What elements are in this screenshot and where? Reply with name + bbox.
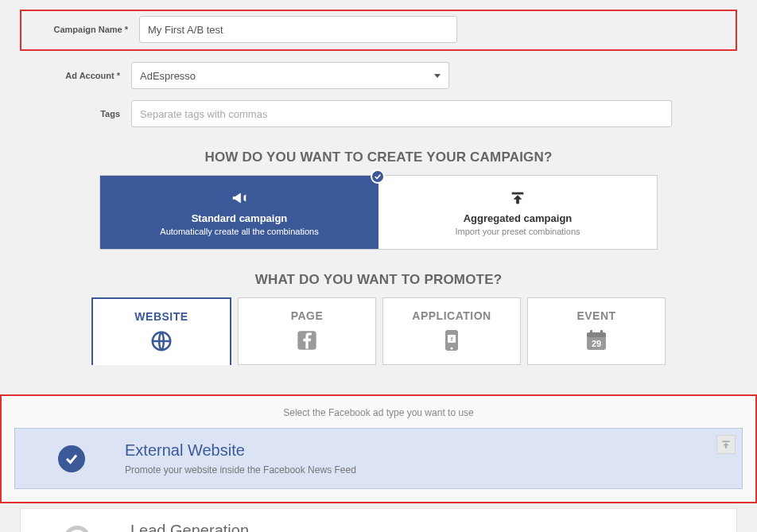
campaign-type-standard-title: Standard campaign (108, 212, 371, 224)
svg-rect-7 (587, 332, 606, 337)
radio-selected-icon (58, 445, 85, 472)
svg-rect-8 (590, 330, 592, 335)
tags-row: Tags (20, 100, 737, 127)
upload-icon (716, 435, 736, 454)
campaign-name-label: Campaign Name * (28, 25, 139, 34)
tab-application[interactable]: APPLICATION f (382, 297, 521, 365)
adtype-below-wrap: Lead Generation Capture leads using nati… (20, 508, 737, 532)
adtype-external-title: External Website (125, 441, 356, 460)
adtype-external-desc: Promote your website inside the Facebook… (125, 464, 356, 476)
tab-website-label: WEBSITE (99, 310, 223, 323)
ad-account-select[interactable]: AdEspresso (131, 62, 449, 89)
campaign-name-row: Campaign Name * (28, 16, 729, 43)
adtype-leadgen-text: Lead Generation Capture leads using nati… (130, 522, 327, 532)
campaign-name-highlight: Campaign Name * (20, 10, 737, 51)
radio-unselected-icon (64, 526, 91, 533)
svg-rect-9 (600, 330, 603, 335)
calendar-icon: 29 (534, 327, 658, 354)
campaign-type-aggregated[interactable]: Aggregated campaign Import your preset c… (378, 176, 657, 249)
promote-tabs: WEBSITE PAGE APPLICATION f EVENT 29 (91, 297, 666, 365)
svg-point-3 (451, 348, 453, 350)
campaign-type-standard-subtitle: Automatically create all the combination… (108, 227, 371, 236)
campaign-type-row: Standard campaign Automatically create a… (99, 175, 658, 250)
create-campaign-heading: HOW DO YOU WANT TO CREATE YOUR CAMPAIGN? (20, 150, 737, 165)
globe-icon (99, 328, 223, 355)
tab-event[interactable]: EVENT 29 (527, 297, 666, 365)
tab-website[interactable]: WEBSITE (91, 297, 231, 365)
tags-label: Tags (20, 109, 131, 118)
adtype-external-text: External Website Promote your website in… (125, 441, 356, 476)
tab-page[interactable]: PAGE (238, 297, 376, 365)
campaign-type-aggregated-subtitle: Import your preset combinations (386, 227, 649, 236)
adtype-panel-highlight: Select the Facebook ad type you want to … (0, 394, 757, 503)
tab-page-label: PAGE (245, 309, 369, 322)
promote-heading: WHAT DO YOU WANT TO PROMOTE? (20, 272, 737, 288)
facebook-icon (245, 327, 369, 354)
ad-account-value: AdEspresso (140, 70, 196, 82)
megaphone-icon (108, 187, 371, 209)
mobile-app-icon: f (390, 327, 514, 354)
adtype-leadgen-title: Lead Generation (130, 522, 327, 532)
ad-account-row: Ad Account * AdEspresso (20, 62, 737, 89)
adtype-lead-generation[interactable]: Lead Generation Capture leads using nati… (20, 508, 737, 532)
campaign-type-aggregated-title: Aggregated campaign (386, 212, 649, 224)
adtype-hint: Select the Facebook ad type you want to … (14, 407, 743, 418)
tab-event-label: EVENT (534, 309, 658, 322)
chevron-down-icon (434, 74, 441, 78)
campaign-name-input[interactable] (139, 16, 457, 43)
campaign-type-standard[interactable]: Standard campaign Automatically create a… (100, 176, 378, 249)
upload-icon (386, 187, 649, 209)
svg-text:f: f (451, 336, 453, 343)
tags-input[interactable] (131, 100, 672, 127)
svg-text:29: 29 (592, 339, 601, 348)
ad-account-label: Ad Account * (20, 71, 131, 80)
adtype-external-website[interactable]: External Website Promote your website in… (14, 428, 743, 489)
tab-application-label: APPLICATION (390, 309, 514, 322)
